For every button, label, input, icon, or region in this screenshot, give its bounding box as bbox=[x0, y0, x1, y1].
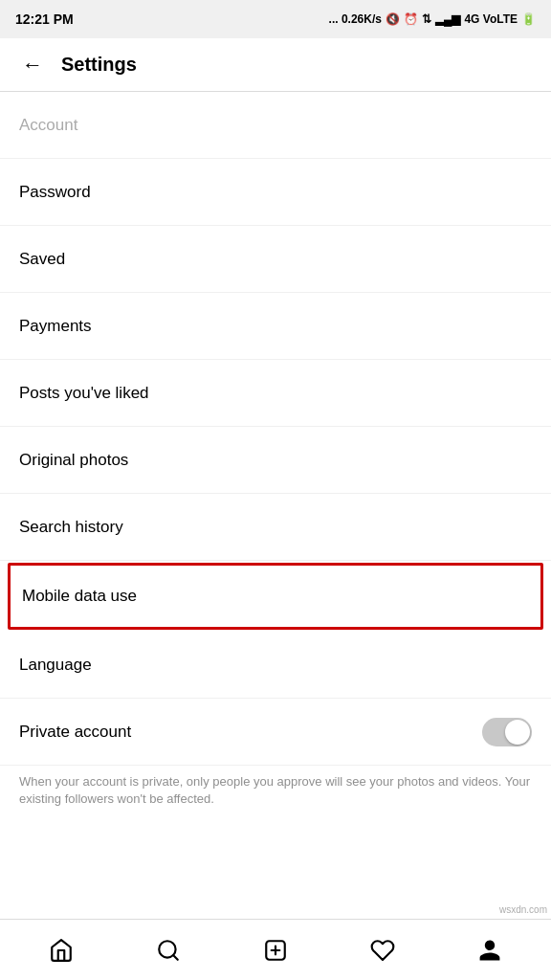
private-account-description: When your account is private, only peopl… bbox=[0, 766, 551, 823]
heart-icon bbox=[370, 938, 395, 963]
search-icon bbox=[156, 938, 181, 963]
settings-list: Account Password Saved Payments Posts yo… bbox=[0, 92, 551, 823]
svg-line-1 bbox=[173, 955, 178, 960]
settings-item-password[interactable]: Password bbox=[0, 159, 551, 226]
settings-item-language[interactable]: Language bbox=[0, 632, 551, 699]
nav-profile[interactable] bbox=[436, 920, 543, 980]
bottom-nav bbox=[0, 919, 551, 980]
status-bar: 12:21 PM ... 0.26K/s 🔇 ⏰ ⇅ ▂▄▆ 4G VoLTE … bbox=[0, 0, 551, 38]
status-icons: ... 0.26K/s 🔇 ⏰ ⇅ ▂▄▆ 4G VoLTE 🔋 bbox=[329, 12, 536, 26]
status-time: 12:21 PM bbox=[15, 11, 74, 27]
original-photos-label: Original photos bbox=[19, 451, 128, 470]
private-account-label: Private account bbox=[19, 723, 131, 742]
search-history-label: Search history bbox=[19, 518, 123, 537]
toggle-knob bbox=[505, 720, 530, 745]
network-speed: ... 0.26K/s bbox=[329, 12, 382, 26]
saved-label: Saved bbox=[19, 250, 65, 269]
posts-liked-label: Posts you've liked bbox=[19, 384, 149, 403]
account-label: Account bbox=[19, 116, 77, 135]
signal-icon: ▂▄▆ bbox=[435, 12, 461, 26]
private-account-toggle[interactable] bbox=[482, 718, 532, 746]
home-icon bbox=[49, 938, 74, 963]
back-button[interactable]: ← bbox=[15, 48, 50, 82]
watermark: wsxdn.com bbox=[499, 904, 547, 915]
settings-item-posts-liked[interactable]: Posts you've liked bbox=[0, 360, 551, 427]
payments-label: Payments bbox=[19, 317, 92, 336]
settings-item-private-account[interactable]: Private account bbox=[0, 699, 551, 766]
network-type: 4G VoLTE bbox=[464, 12, 518, 26]
sync-icon: ⇅ bbox=[422, 12, 431, 26]
page-title: Settings bbox=[61, 54, 137, 76]
language-label: Language bbox=[19, 656, 92, 675]
nav-search[interactable] bbox=[115, 920, 222, 980]
password-label: Password bbox=[19, 183, 91, 202]
nav-heart[interactable] bbox=[329, 920, 436, 980]
settings-item-mobile-data-use[interactable]: Mobile data use bbox=[8, 563, 543, 630]
battery-icon: 🔋 bbox=[521, 12, 536, 26]
profile-icon bbox=[477, 938, 502, 963]
back-arrow-icon: ← bbox=[22, 53, 43, 78]
nav-home[interactable] bbox=[8, 920, 115, 980]
nav-add[interactable] bbox=[222, 920, 329, 980]
settings-item-account[interactable]: Account bbox=[0, 92, 551, 159]
alarm-icon: ⏰ bbox=[404, 12, 418, 26]
settings-item-payments[interactable]: Payments bbox=[0, 293, 551, 360]
mobile-data-use-label: Mobile data use bbox=[22, 587, 137, 606]
settings-item-saved[interactable]: Saved bbox=[0, 226, 551, 293]
add-icon bbox=[263, 938, 288, 963]
settings-header: ← Settings bbox=[0, 38, 551, 92]
mute-icon: 🔇 bbox=[386, 12, 400, 26]
settings-item-search-history[interactable]: Search history bbox=[0, 494, 551, 561]
settings-item-original-photos[interactable]: Original photos bbox=[0, 427, 551, 494]
